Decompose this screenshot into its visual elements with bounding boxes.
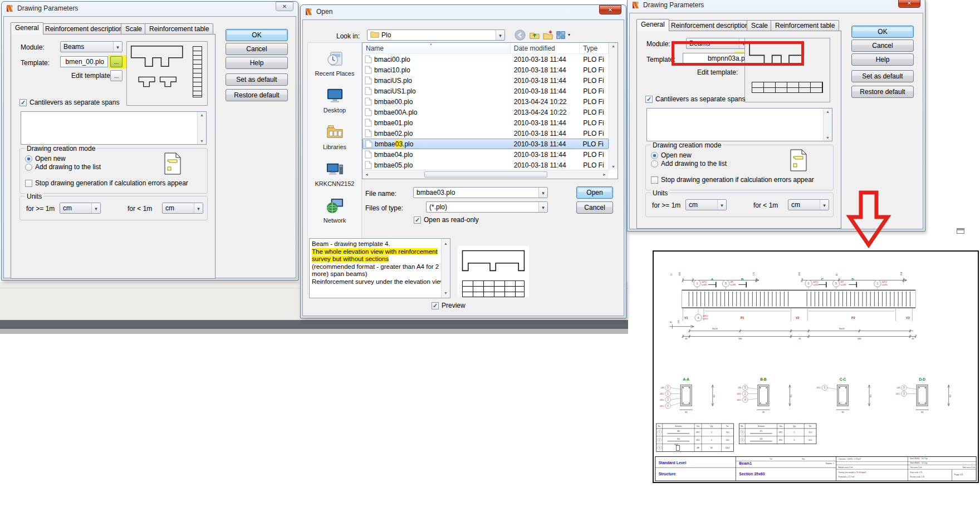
read-only-checkbox[interactable]: ✓Open as read-only <box>414 216 479 224</box>
file-type: PLO Fi <box>580 119 609 127</box>
units-ge-select[interactable]: cm▾ <box>685 199 727 210</box>
cancel-button[interactable]: Cancel <box>851 40 914 52</box>
open-new-radio[interactable]: Open new <box>25 155 66 163</box>
set-default-button[interactable]: Set as default <box>851 70 914 82</box>
sidebar-item-krkcnn2152[interactable]: KRKCNN2152 <box>308 160 361 187</box>
tab-scale[interactable]: Scale <box>121 23 146 35</box>
file-row[interactable]: bmbae00A.plo2013-04-24 10:22PLO Fi <box>362 107 609 117</box>
views-icon[interactable] <box>556 29 567 41</box>
file-row[interactable]: bmbae02.plo2010-03-18 11:44PLO Fi <box>362 128 609 139</box>
tab-scale[interactable]: Scale <box>747 20 772 31</box>
column-header-name[interactable]: Name▲ <box>362 43 511 53</box>
cantilevers-checkbox[interactable]: ✓Cantilevers as separate spans <box>645 95 745 103</box>
file-row[interactable]: bmbae04.plo2010-03-18 11:44PLO Fi <box>362 149 609 160</box>
units-lt-select[interactable]: cm▾ <box>788 199 829 210</box>
cantilevers-checkbox[interactable]: ✓Cantilevers as separate spans <box>19 99 119 106</box>
file-name: bmbae00A.plo <box>374 109 417 116</box>
back-icon[interactable] <box>514 29 526 41</box>
ok-button[interactable]: OK <box>226 29 288 41</box>
help-button[interactable]: Help <box>851 53 914 66</box>
file-row[interactable]: bmbae01.plo2010-03-18 11:44PLO Fi <box>362 117 609 128</box>
svg-text:C-C: C-C <box>840 377 846 381</box>
add-drawing-radio[interactable]: Add drawing to the list <box>651 160 727 168</box>
chevron-down-icon: ▾ <box>538 188 547 198</box>
svg-text:4Ø12: 4Ø12 <box>737 399 742 401</box>
open-button[interactable]: Open <box>576 186 613 199</box>
stop-generation-checkbox[interactable]: Stop drawing generation if calculation e… <box>651 176 814 184</box>
up-one-level-icon[interactable] <box>529 29 540 41</box>
module-select[interactable]: Beams▾ <box>60 41 122 52</box>
file-name: bmaciUS.plo <box>374 77 412 85</box>
add-drawing-radio[interactable]: Add drawing to the list <box>25 163 101 171</box>
files-of-type-select[interactable]: (*.plo)▾ <box>426 201 548 213</box>
tab-reinforcement-table[interactable]: Reinforcement table <box>145 23 213 35</box>
column-header-date[interactable]: Date modified <box>511 43 580 53</box>
file-row[interactable]: bmaci00.plo2010-03-18 11:44PLO Fi <box>362 54 609 65</box>
file-row[interactable]: bmaci10.plo2010-03-18 11:44PLO Fi <box>362 65 609 75</box>
svg-text:2Ø12: 2Ø12 <box>896 393 900 395</box>
file-name-input[interactable]: bmbae03.plo▾ <box>413 187 548 198</box>
tab-general[interactable]: General <box>11 22 43 35</box>
set-default-button[interactable]: Set as default <box>226 73 288 86</box>
chevron-down-icon: ▾ <box>194 203 203 213</box>
svg-text:Page 1/1: Page 1/1 <box>954 473 963 476</box>
dialog-titlebar[interactable]: Drawing Parameters ✕ <box>2 2 298 15</box>
close-icon[interactable]: ✕ <box>898 0 920 8</box>
edit-template-browse-button[interactable]: ... <box>110 70 122 81</box>
column-header-type[interactable]: Type <box>580 43 609 53</box>
sidebar-item-recent-places[interactable]: Recent Places <box>308 50 361 77</box>
checkbox-checked-icon: ✓ <box>645 96 653 103</box>
scroll-thumb[interactable] <box>424 171 547 178</box>
open-new-radio[interactable]: Open new <box>651 151 692 159</box>
scrollbar[interactable]: ▲▼ <box>197 112 206 144</box>
look-in-select[interactable]: Plo▾ <box>367 29 505 41</box>
close-icon[interactable]: ✕ <box>276 2 293 11</box>
tab-reinforcement-description[interactable]: Reinforcement description <box>41 23 127 35</box>
units-ge-select[interactable]: cm▾ <box>60 203 101 214</box>
restore-default-button[interactable]: Restore default <box>851 86 914 98</box>
help-button[interactable]: Help <box>226 57 288 69</box>
file-date: 2010-03-18 11:44 <box>511 151 580 159</box>
window-restore-icon[interactable] <box>957 228 964 234</box>
sidebar-item-desktop[interactable]: Desktop <box>308 86 361 114</box>
restore-default-button[interactable]: Restore default <box>226 89 288 101</box>
svg-text:3: 3 <box>742 431 743 434</box>
sidebar-item-network[interactable]: Network <box>308 196 361 224</box>
file-date: 2013-04-24 10:22 <box>511 109 580 116</box>
file-row[interactable]: bmaciUS1.plo2010-03-18 11:44PLO Fi <box>362 86 609 96</box>
svg-text:23.4: 23.4 <box>726 431 729 434</box>
template-field[interactable]: bmen_00.plo <box>60 56 108 67</box>
cancel-button[interactable]: Cancel <box>226 43 288 55</box>
stop-generation-checkbox[interactable]: Stop drawing generation if calculation e… <box>25 179 188 187</box>
tab-general[interactable]: General <box>636 19 669 31</box>
vertical-scrollbar[interactable]: ▲▼ <box>609 43 618 170</box>
close-icon[interactable]: ✕ <box>599 5 621 14</box>
file-row[interactable]: bmbae00.plo2013-04-24 10:22PLO Fi <box>362 96 609 107</box>
checkbox-empty <box>651 176 658 184</box>
svg-text:P1: P1 <box>741 316 744 319</box>
app-icon <box>304 7 313 16</box>
new-folder-icon[interactable] <box>542 29 553 41</box>
file-row[interactable]: bmbae05.plo2010-03-18 11:44PLO Fi <box>362 160 609 170</box>
tab-reinforcement-description[interactable]: Reinforcement description <box>667 20 753 31</box>
file-row[interactable]: bmbae03.plo2010-03-18 11:44PLO Fi <box>362 139 609 149</box>
svg-text:Concrete : C20/25 - 1.73 m3: Concrete : C20/25 - 1.73 m3 <box>839 458 861 460</box>
scrollbar[interactable]: ▲▼ <box>441 239 450 298</box>
horizontal-scrollbar[interactable]: ◄► <box>362 170 609 179</box>
tab-reinforcement-table[interactable]: Reinforcement table <box>771 20 839 31</box>
ok-button[interactable]: OK <box>851 26 914 38</box>
cancel-button[interactable]: Cancel <box>576 201 613 214</box>
messages-listbox[interactable]: ▲▼ <box>21 111 207 145</box>
dialog-titlebar[interactable]: Drawing Parameters ✕ <box>628 0 925 12</box>
template-browse-button[interactable]: ... <box>110 56 122 67</box>
preview-checkbox[interactable]: ✓Preview <box>432 302 465 309</box>
file-row[interactable]: bmaciUS.plo2010-03-18 11:44PLO Fi <box>362 75 609 86</box>
views-dropdown-icon[interactable]: ▾ <box>568 32 570 37</box>
scrollbar[interactable]: ▲▼ <box>823 109 832 141</box>
units-lt-select[interactable]: cm▾ <box>162 203 203 214</box>
file-type: PLO Fi <box>579 140 608 148</box>
dialog-titlebar[interactable]: Open ✕ <box>301 5 626 18</box>
sidebar-item-libraries[interactable]: Libraries <box>308 123 361 150</box>
messages-listbox[interactable]: ▲▼ <box>646 108 832 141</box>
svg-text:Fax: Fax <box>802 458 805 460</box>
